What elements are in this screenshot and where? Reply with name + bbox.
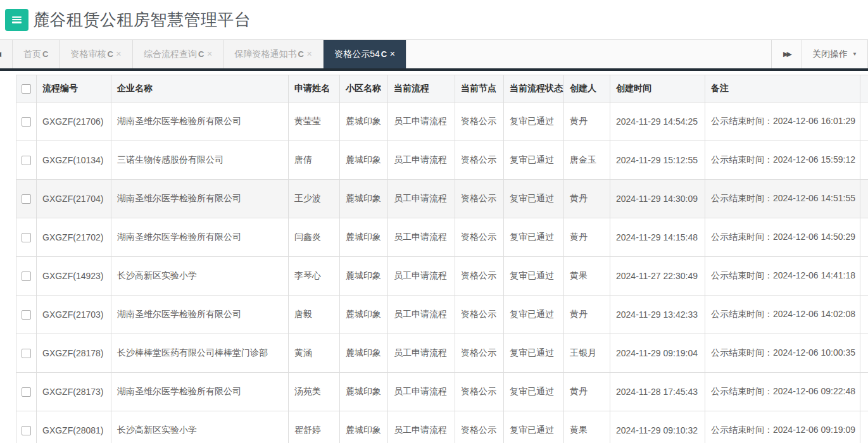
- tabbar-spacer: [406, 40, 771, 68]
- row-select-cell: [16, 296, 37, 334]
- refresh-icon[interactable]: C: [42, 49, 48, 59]
- cell-create-time: 2024-11-28 17:45:43: [610, 373, 705, 411]
- cell-remark: 公示结束时间：2024-12-06 10:00:35: [705, 334, 860, 373]
- table-row[interactable]: GXGZF(10134) 三诺生物传感股份有限公司 唐倩 麓城印象 员工申请流程…: [16, 141, 868, 180]
- cell-flow-status: 复审已通过: [504, 296, 564, 334]
- tab[interactable]: 保障资格通知书 C ✕: [224, 40, 324, 68]
- cell-flow-id: GXGZF(28173): [37, 373, 111, 411]
- table-row[interactable]: GXGZF(21702) 湖南圣维尔医学检验所有限公司 闫鑫炎 麓城印象 员工申…: [16, 218, 868, 257]
- cell-creator: 黄丹: [564, 296, 610, 334]
- cell-company: 长沙高新区实验小学: [111, 257, 289, 296]
- table-row[interactable]: GXGZF(28081) 长沙高新区实验小学 瞿舒婷 麓城印象 员工申请流程 资…: [16, 411, 868, 443]
- cell-create-time: 2024-11-29 15:12:55: [610, 141, 705, 180]
- cell-flow-status: 复审已通过: [504, 411, 564, 443]
- overflow-column-header: [860, 75, 868, 103]
- tab[interactable]: 首页 C: [13, 40, 60, 68]
- cell-community: 麓城印象: [340, 218, 388, 257]
- cell-remark: 公示结束时间：2024-12-06 16:01:29: [705, 103, 860, 141]
- hamburger-icon: [12, 16, 22, 23]
- refresh-icon[interactable]: C: [198, 49, 204, 59]
- tab-close-icon[interactable]: ✕: [306, 50, 312, 58]
- row-checkbox[interactable]: [22, 271, 31, 281]
- row-select-cell: [16, 141, 37, 180]
- table-row[interactable]: GXGZF(21703) 湖南圣维尔医学检验所有限公司 唐毅 麓城印象 员工申请…: [16, 296, 868, 334]
- cell-overflow: [860, 103, 868, 141]
- tab[interactable]: 资格审核 C ✕: [60, 40, 133, 68]
- cell-company: 湖南圣维尔医学检验所有限公司: [111, 373, 289, 411]
- table-row[interactable]: GXGZF(14923) 长沙高新区实验小学 李琴心 麓城印象 员工申请流程 资…: [16, 257, 868, 296]
- row-select-cell: [16, 334, 37, 373]
- cell-overflow: [860, 218, 868, 257]
- column-header: 企业名称: [111, 75, 289, 103]
- cell-applicant: 汤苑美: [289, 373, 340, 411]
- row-checkbox[interactable]: [22, 426, 31, 435]
- column-header: 创建人: [564, 75, 610, 103]
- tab-close-icon[interactable]: ✕: [116, 50, 122, 58]
- cell-current-flow: 员工申请流程: [388, 334, 455, 373]
- cell-applicant: 黄涵: [289, 334, 340, 373]
- cell-overflow: [860, 373, 868, 411]
- column-header: 申请姓名: [289, 75, 340, 103]
- cell-remark: 公示结束时间：2024-12-06 14:50:29: [705, 218, 860, 257]
- row-checkbox[interactable]: [22, 194, 31, 204]
- tab-label: 综合流程查询: [144, 49, 197, 60]
- refresh-icon[interactable]: C: [298, 49, 304, 59]
- table-row[interactable]: GXGZF(28173) 湖南圣维尔医学检验所有限公司 汤苑美 麓城印象 员工申…: [16, 373, 868, 411]
- cell-flow-status: 复审已通过: [504, 334, 564, 373]
- cell-remark: 公示结束时间：2024-12-06 14:51:55: [705, 180, 860, 218]
- cell-community: 麓城印象: [340, 257, 388, 296]
- cell-creator: 王银月: [564, 334, 610, 373]
- tab-close-icon[interactable]: ✕: [206, 50, 212, 58]
- tab-close-icon[interactable]: ✕: [389, 50, 395, 58]
- row-checkbox[interactable]: [22, 233, 31, 242]
- close-operations-dropdown[interactable]: 关闭操作 ▼: [802, 40, 868, 68]
- tab-label: 保障资格通知书: [235, 49, 297, 60]
- cell-applicant: 王少波: [289, 180, 340, 218]
- cell-create-time: 2024-11-27 22:30:49: [610, 257, 705, 296]
- tabs-scroll-left-button[interactable]: ◀◀: [0, 40, 13, 68]
- cell-create-time: 2024-11-29 13:42:33: [610, 296, 705, 334]
- flow-table: 流程编号企业名称申请姓名小区名称当前流程当前节点当前流程状态创建人创建时间备注 …: [16, 75, 868, 443]
- table-row[interactable]: GXGZF(21704) 湖南圣维尔医学检验所有限公司 王少波 麓城印象 员工申…: [16, 180, 868, 218]
- cell-current-node: 资格公示: [455, 218, 504, 257]
- refresh-icon[interactable]: C: [381, 49, 387, 59]
- cell-current-node: 资格公示: [455, 411, 504, 443]
- table-row[interactable]: GXGZF(28178) 长沙棒棒堂医药有限公司棒棒堂门诊部 黄涵 麓城印象 员…: [16, 334, 868, 373]
- cell-flow-status: 复审已通过: [504, 103, 564, 141]
- cell-current-node: 资格公示: [455, 257, 504, 296]
- cell-applicant: 瞿舒婷: [289, 411, 340, 443]
- cell-remark: 公示结束时间：2024-12-06 14:02:08: [705, 296, 860, 334]
- cell-flow-status: 复审已通过: [504, 180, 564, 218]
- cell-current-flow: 员工申请流程: [388, 411, 455, 443]
- menu-button[interactable]: [5, 9, 28, 31]
- tab[interactable]: 综合流程查询 C ✕: [133, 40, 224, 68]
- tabs-scroll-right-button[interactable]: ▶▶: [771, 40, 802, 68]
- cell-current-flow: 员工申请流程: [388, 141, 455, 180]
- table-row[interactable]: GXGZF(21706) 湖南圣维尔医学检验所有限公司 黄莹莹 麓城印象 员工申…: [16, 103, 868, 141]
- row-checkbox[interactable]: [22, 387, 31, 397]
- cell-flow-id: GXGZF(14923): [37, 257, 111, 296]
- row-checkbox[interactable]: [22, 310, 31, 320]
- cell-applicant: 唐毅: [289, 296, 340, 334]
- cell-community: 麓城印象: [340, 180, 388, 218]
- cell-applicant: 闫鑫炎: [289, 218, 340, 257]
- refresh-icon[interactable]: C: [107, 49, 113, 59]
- cell-flow-id: GXGZF(28178): [37, 334, 111, 373]
- cell-creator: 黄丹: [564, 103, 610, 141]
- cell-flow-status: 复审已通过: [504, 257, 564, 296]
- row-checkbox[interactable]: [22, 117, 31, 127]
- row-checkbox[interactable]: [22, 349, 31, 358]
- column-header: 当前节点: [455, 75, 504, 103]
- cell-company: 湖南圣维尔医学检验所有限公司: [111, 218, 289, 257]
- cell-overflow: [860, 296, 868, 334]
- cell-community: 麓城印象: [340, 141, 388, 180]
- cell-company: 湖南圣维尔医学检验所有限公司: [111, 103, 289, 141]
- column-header: 当前流程: [388, 75, 455, 103]
- row-checkbox[interactable]: [22, 156, 31, 165]
- tab[interactable]: 资格公示54 C ✕: [324, 40, 406, 68]
- row-select-cell: [16, 373, 37, 411]
- cell-company: 湖南圣维尔医学检验所有限公司: [111, 296, 289, 334]
- cell-flow-id: GXGZF(28081): [37, 411, 111, 443]
- app-header: 麓谷租赁公租房智慧管理平台: [0, 0, 868, 39]
- select-all-checkbox[interactable]: [22, 84, 31, 94]
